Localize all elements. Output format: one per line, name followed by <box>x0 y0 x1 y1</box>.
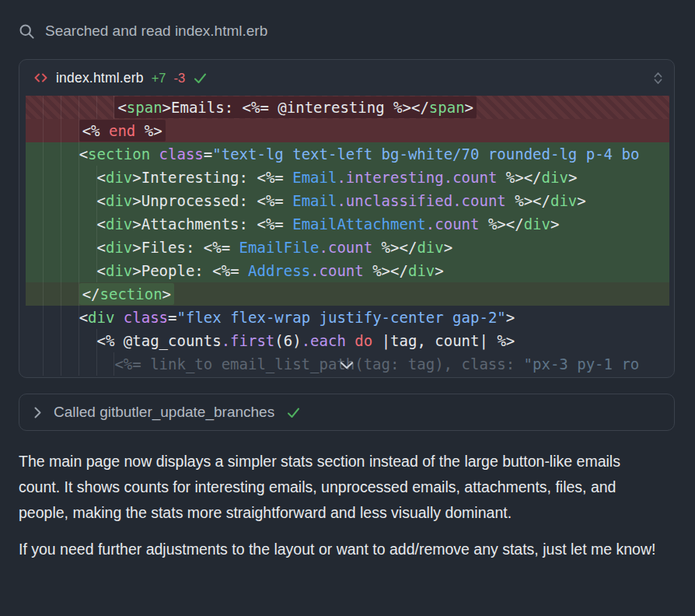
code-line: <div>Unprocessed: <%= Email.unclassified… <box>26 189 669 212</box>
code-lines: <span>Emails: <%= @interesting %></span>… <box>19 96 674 376</box>
check-icon <box>193 72 208 85</box>
expand-diff-chevron-down-icon[interactable] <box>339 361 354 370</box>
chevron-right-icon <box>33 406 42 419</box>
diff-additions-count: +7 <box>152 71 166 86</box>
code-line: <div>Files: <%= EmailFile.count %></div> <box>26 236 669 259</box>
assistant-message: The main page now displays a simpler sta… <box>19 449 665 573</box>
code-line: <div class="flex flex-wrap justify-cente… <box>26 306 669 329</box>
code-line: <span>Emails: <%= @interesting %></span> <box>26 96 669 119</box>
diff-code: <span>Emails: <%= @interesting %></span>… <box>19 96 674 376</box>
message-paragraph: If you need further adjustments to the l… <box>19 537 665 562</box>
code-line: <section class="text-lg text-left bg-whi… <box>26 142 669 166</box>
code-line: <div>Attachments: <%= EmailAttachment.co… <box>26 212 669 236</box>
diff-card-header[interactable]: index.html.erb +7 -3 <box>19 60 674 96</box>
code-brackets-icon <box>33 71 48 85</box>
tool-status-label: Searched and read index.html.erb <box>45 23 267 40</box>
tool-status-row[interactable]: Searched and read index.html.erb <box>19 23 675 40</box>
code-line: <% end %> <box>26 119 669 142</box>
diff-deletions-count: -3 <box>174 71 186 86</box>
code-line: <div>People: <%= Address.count %></div> <box>26 259 669 282</box>
tool-call-row[interactable]: Called gitbutler_update_branches <box>19 394 675 431</box>
tool-call-label: Called gitbutler_update_branches <box>54 404 274 421</box>
search-icon <box>19 23 35 40</box>
diff-card: index.html.erb +7 -3 <span>Emails: <%= @… <box>19 59 675 378</box>
message-paragraph: The main page now displays a simpler sta… <box>19 449 665 526</box>
code-line: <% @tag_counts.first(6).each do |tag, co… <box>26 329 669 352</box>
chevron-up-down-icon[interactable] <box>653 71 663 86</box>
code-line: <div>Interesting: <%= Email.interesting.… <box>26 166 669 189</box>
diff-filename: index.html.erb <box>56 70 144 86</box>
check-icon <box>286 406 301 419</box>
code-line: </section> <box>26 282 669 306</box>
